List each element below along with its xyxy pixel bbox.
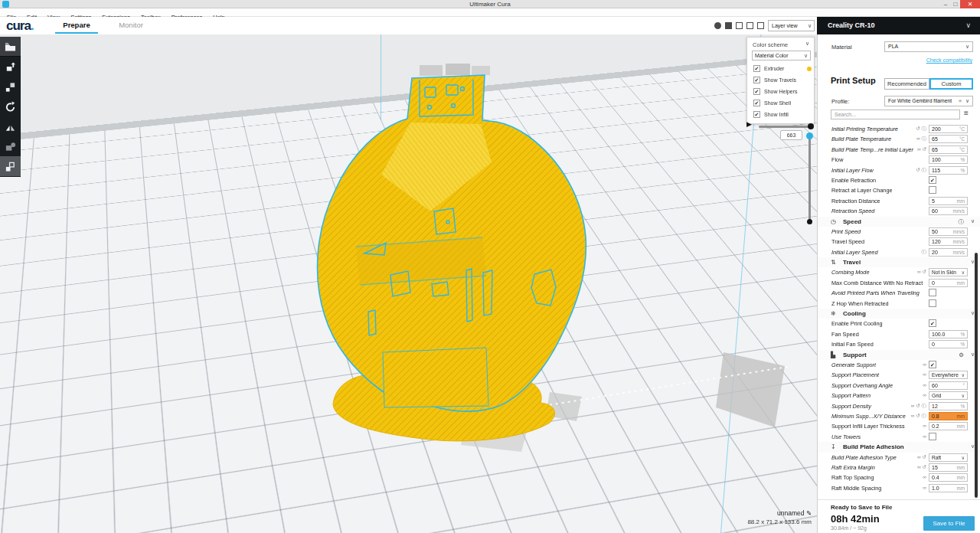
section-header-build-plate-adhesion[interactable]: ↧Build Plate Adhesion∨ <box>818 442 980 452</box>
section-header-travel[interactable]: ⇅Travel∨ <box>818 257 980 267</box>
profile-dropdown[interactable]: For White Gembird filament ★ ∨ <box>884 96 973 106</box>
setting-dropdown[interactable]: Everywhere∨ <box>929 371 968 379</box>
setting-checkbox[interactable]: ✔ <box>929 176 936 184</box>
setting-dropdown[interactable]: Not in Skin∨ <box>929 268 968 276</box>
view-right-icon[interactable] <box>757 22 764 29</box>
info-icon[interactable]: ⓘ <box>959 218 965 226</box>
mode-custom-button[interactable]: Custom <box>929 78 973 90</box>
view-left-icon[interactable] <box>746 22 753 29</box>
setting-value-box[interactable]: 1.0mm <box>929 484 968 492</box>
setting-row: Enable Retraction✔ <box>818 175 980 185</box>
section-header-speed[interactable]: ◷Speedⓘ∨ <box>818 217 980 227</box>
setting-value-box[interactable]: 50mm/s <box>929 227 968 236</box>
setting-checkbox[interactable]: ✔ <box>929 361 936 368</box>
view-mode-dropdown[interactable]: Layer view ∨ <box>768 20 815 31</box>
view-top-icon[interactable] <box>736 22 743 29</box>
setting-dropdown[interactable]: Grid∨ <box>929 391 968 400</box>
setting-checkbox[interactable]: ✔ <box>929 319 936 327</box>
chevron-down-icon[interactable]: ∨ <box>805 41 809 47</box>
mirror-tool-button[interactable] <box>0 116 21 136</box>
setting-row: Print Speed50mm/s <box>818 227 980 237</box>
layer-number-box[interactable]: 663 <box>780 130 802 140</box>
move-tool-button[interactable] <box>0 57 21 77</box>
tab-monitor[interactable]: Monitor <box>112 21 150 29</box>
open-file-icon <box>5 41 16 52</box>
setting-value-box[interactable]: 0.2mm <box>929 422 968 430</box>
setting-value-box[interactable]: 0mm <box>929 279 968 287</box>
checkbox[interactable]: ✔ <box>753 111 760 118</box>
link-icon: ∞ <box>911 413 915 418</box>
edit-name-pencil-icon[interactable]: ✎ <box>806 509 812 517</box>
setting-value-box[interactable]: 65°C <box>929 146 968 154</box>
setting-checkbox[interactable] <box>929 433 936 440</box>
setting-value-box[interactable]: 20mm/s <box>929 248 968 257</box>
gear-icon[interactable]: ⚙ <box>959 352 964 358</box>
setting-row: Fan Speed100.0% <box>818 329 980 339</box>
setting-value-box[interactable]: 115% <box>929 166 968 175</box>
checkbox[interactable]: ✔ <box>753 100 760 106</box>
color-scheme-dropdown[interactable]: Material Color ∨ <box>752 51 811 60</box>
path-slider-handle[interactable] <box>808 123 814 129</box>
setting-row: Build Plate Temp...re Initial Layer∞ ↺ 6… <box>818 145 980 155</box>
section-header-cooling[interactable]: ❄Cooling∨ <box>818 309 980 319</box>
setting-value-box[interactable]: 12% <box>929 402 968 410</box>
setting-value-box[interactable]: 100% <box>929 155 968 164</box>
setting-value-box[interactable]: 200°C <box>929 125 968 133</box>
link-icon: ∞ <box>923 423 926 428</box>
reset-icon: ↺ <box>916 126 920 131</box>
scale-tool-button[interactable] <box>0 77 21 96</box>
setting-value-box[interactable]: 120mm/s <box>929 237 968 246</box>
check-compatibility-link[interactable]: Check compatibility <box>926 57 972 63</box>
minimize-button[interactable]: – <box>940 0 951 8</box>
maximize-button[interactable]: □ <box>950 0 961 8</box>
close-button[interactable]: ✕ <box>960 0 980 8</box>
setting-value-box[interactable]: 5mm <box>929 197 968 205</box>
setting-checkbox[interactable] <box>929 299 936 307</box>
setting-label: Raft Extra Margin <box>831 464 875 471</box>
setting-value-box[interactable]: 15mm <box>929 463 968 472</box>
support-icon: ▙ <box>831 352 835 358</box>
setting-checkbox[interactable] <box>929 289 936 296</box>
open-file-button[interactable] <box>0 37 21 57</box>
tab-prepare[interactable]: Prepare <box>55 21 98 29</box>
setting-row: Initial Fan Speed0% <box>818 339 980 349</box>
layer-slider-top-handle[interactable] <box>806 132 813 139</box>
rotate-tool-button[interactable] <box>0 96 21 116</box>
info-icon: ⓘ <box>922 403 927 408</box>
star-icon[interactable]: ★ <box>958 96 962 106</box>
setting-checkbox[interactable] <box>929 186 936 194</box>
setting-dropdown[interactable]: Raft∨ <box>929 453 968 462</box>
section-header-support[interactable]: ▙Support⚙∨ <box>818 350 980 360</box>
setting-row: Support Placement∞ Everywhere∨ <box>818 370 980 380</box>
setting-value-box[interactable]: 0.4mm <box>929 473 968 482</box>
per-model-settings-tool-button[interactable] <box>0 136 21 156</box>
mode-recommended-button[interactable]: Recommended <box>884 78 929 90</box>
setting-value-box[interactable]: 0.8mm <box>929 412 968 420</box>
setting-row: Initial Printing Temperature↺ ⓘ 200°C <box>818 124 980 134</box>
path-slider-track[interactable] <box>759 126 811 128</box>
3d-viewport[interactable]: Color scheme ∨ Material Color ∨ ✔Extrude… <box>0 34 817 533</box>
view-3d-icon[interactable] <box>714 22 721 29</box>
layer-slider-track[interactable] <box>808 135 811 223</box>
checkbox[interactable]: ✔ <box>753 65 760 72</box>
setting-value-box[interactable]: 60mm/s <box>929 207 968 215</box>
setting-value-box[interactable]: 65°C <box>929 135 968 143</box>
checkbox[interactable]: ✔ <box>753 88 760 95</box>
setting-value-box[interactable]: 100.0% <box>929 330 968 338</box>
save-to-file-button[interactable]: Save to File <box>923 516 975 531</box>
layer-slider-bottom-handle[interactable] <box>807 219 812 224</box>
checkbox[interactable]: ✔ <box>753 77 760 83</box>
view-front-icon[interactable] <box>725 22 732 29</box>
clock-icon: ◷ <box>831 218 836 225</box>
setting-value-box[interactable]: 60° <box>929 381 968 390</box>
simulation-play-button[interactable]: ▶ <box>746 120 752 128</box>
filter-menu-icon[interactable]: ≡ <box>964 109 969 117</box>
support-blocker-tool-button[interactable] <box>0 156 21 176</box>
setting-value-box[interactable]: 0% <box>929 340 968 348</box>
settings-scrollbar[interactable] <box>975 253 978 498</box>
machine-header[interactable]: Creality CR-10 ∨ <box>817 17 980 34</box>
setting-search-input[interactable] <box>831 110 960 119</box>
material-dropdown[interactable]: PLA ∨ <box>884 41 973 52</box>
setting-row: Raft Middle Spacing∞ 1.0mm <box>818 483 980 493</box>
sliced-model[interactable] <box>291 46 796 475</box>
